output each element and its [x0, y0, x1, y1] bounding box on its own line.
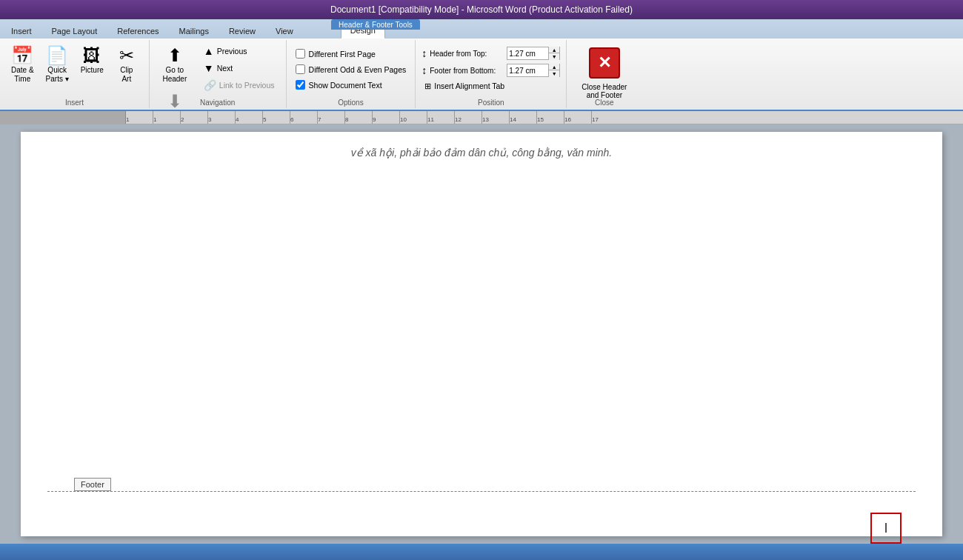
tab-mailings[interactable]: Mailings: [170, 22, 219, 39]
go-to-header-label: Go toHeader: [162, 66, 187, 84]
body-text: về xã hội, phải bảo đảm dân chủ, công bằ…: [65, 147, 898, 159]
document-area: về xã hội, phải bảo đảm dân chủ, công bằ…: [0, 124, 963, 544]
different-odd-even-label: Different Odd & Even Pages: [309, 65, 407, 74]
ribbon-group-insert: 📅 Date &Time 📄 QuickParts ▾ 🖼 Picture ✂ …: [0, 40, 150, 108]
tab-page-layout[interactable]: Page Layout: [42, 22, 107, 39]
show-document-text-checkbox[interactable]: [296, 80, 305, 90]
footer-spinner-arrows: ▲ ▼: [548, 64, 559, 77]
header-from-top-spinner[interactable]: ▲ ▼: [507, 47, 560, 60]
clip-art-button[interactable]: ✂ ClipArt: [110, 43, 143, 87]
different-first-page-checkbox[interactable]: [296, 49, 305, 59]
clip-art-label: ClipArt: [120, 66, 133, 84]
insert-group-label: Insert: [0, 99, 149, 107]
position-group-label: Position: [416, 99, 566, 107]
different-first-page-option[interactable]: Different First Page: [293, 47, 410, 60]
show-document-text-option[interactable]: Show Document Text: [293, 79, 410, 91]
tab-insert[interactable]: Insert: [1, 22, 41, 39]
link-icon: 🔗: [204, 79, 216, 91]
link-to-previous-button[interactable]: 🔗 Link to Previous: [199, 77, 280, 93]
tab-view[interactable]: View: [266, 22, 303, 39]
header-spinner-arrows: ▲ ▼: [548, 47, 559, 60]
footer-from-bottom-label: Footer from Bottom:: [430, 67, 504, 75]
document-body: về xã hội, phải bảo đảm dân chủ, công bằ…: [21, 132, 942, 159]
different-odd-even-option[interactable]: Different Odd & Even Pages: [293, 63, 410, 76]
quick-parts-button[interactable]: 📄 QuickParts ▾: [41, 43, 74, 87]
different-odd-even-checkbox[interactable]: [296, 64, 305, 74]
different-first-page-label: Different First Page: [309, 50, 376, 59]
close-header-footer-label: Close Headerand Footer: [582, 83, 627, 99]
footer-content[interactable]: I: [21, 492, 942, 536]
ribbon-group-close: ✕ Close Headerand Footer Close: [567, 40, 642, 108]
show-document-text-label: Show Document Text: [309, 81, 382, 90]
date-time-icon: 📅: [11, 47, 33, 64]
status-bar: [0, 544, 963, 560]
footer-cursor: I: [870, 513, 902, 544]
picture-label: Picture: [81, 66, 104, 75]
footer-label: Footer: [74, 478, 111, 491]
picture-icon: 🖼: [83, 47, 101, 64]
ribbon: 📅 Date &Time 📄 QuickParts ▾ 🖼 Picture ✂ …: [0, 39, 963, 111]
header-spinner-down[interactable]: ▼: [549, 53, 559, 60]
go-to-header-icon: ⬆: [167, 47, 182, 64]
date-time-button[interactable]: 📅 Date &Time: [6, 43, 39, 87]
options-group-label: Options: [287, 99, 416, 107]
next-icon: ▼: [204, 62, 214, 74]
footer-section: Footer I: [21, 478, 942, 536]
quick-parts-label: QuickParts ▾: [46, 66, 69, 84]
footer-from-bottom-row: ↕ Footer from Bottom: ▲ ▼: [421, 63, 560, 78]
previous-label: Previous: [217, 47, 247, 56]
footer-spinner-down[interactable]: ▼: [549, 70, 559, 77]
link-to-previous-label: Link to Previous: [219, 81, 275, 90]
header-from-top-row: ↕ Header from Top: ▲ ▼: [421, 46, 560, 61]
contextual-tab-header: Header & Footer Tools: [331, 19, 420, 30]
go-to-header-button[interactable]: ⬆ Go toHeader: [156, 43, 194, 87]
picture-button[interactable]: 🖼 Picture: [76, 43, 109, 79]
footer-position-icon: ↕: [421, 64, 427, 76]
insert-alignment-tab-label: Insert Alignment Tab: [434, 81, 504, 90]
previous-icon: ▲: [204, 45, 214, 57]
date-time-label: Date &Time: [11, 66, 34, 84]
tab-references[interactable]: References: [107, 22, 168, 39]
clip-art-icon: ✂: [119, 47, 134, 64]
ribbon-wrapper: Header & Footer Tools Insert Page Layout…: [0, 19, 963, 111]
next-label: Next: [217, 64, 233, 73]
cursor-char: I: [884, 521, 887, 536]
ribbon-group-position: ↕ Header from Top: ▲ ▼ ↕ Footer from Bo: [416, 40, 567, 108]
nav-sub-buttons: ▲ Previous ▼ Next 🔗 Link to Previous: [199, 43, 280, 93]
ruler: 1 1 2 3 4 5 6 7 8 9 10 11 12 13 14 15 16…: [0, 111, 963, 124]
header-from-top-label: Header from Top:: [430, 50, 504, 58]
header-spinner-up[interactable]: ▲: [549, 47, 559, 53]
footer-from-bottom-spinner[interactable]: ▲ ▼: [507, 64, 560, 77]
next-button[interactable]: ▼ Next: [199, 60, 280, 76]
ribbon-group-options: Different First Page Different Odd & Eve…: [287, 40, 416, 108]
tabs-row: Header & Footer Tools Insert Page Layout…: [0, 19, 963, 39]
alignment-icon: ⊞: [424, 81, 431, 90]
header-from-top-input[interactable]: [507, 47, 548, 59]
footer-from-bottom-input[interactable]: [507, 64, 548, 76]
tab-review[interactable]: Review: [219, 22, 265, 39]
page-body-space: [21, 159, 942, 410]
title-text: Document1 [Compatibility Mode] - Microso…: [330, 4, 633, 15]
close-group-label: Close: [567, 99, 642, 107]
ribbon-group-navigation: ⬆ Go toHeader ⬇ Go toFooter ▲ Previous: [150, 40, 287, 108]
title-bar: Document1 [Compatibility Mode] - Microso…: [0, 0, 963, 19]
footer-spinner-up[interactable]: ▲: [549, 64, 559, 70]
previous-button[interactable]: ▲ Previous: [199, 43, 280, 59]
close-x-icon[interactable]: ✕: [589, 47, 620, 79]
navigation-group-label: Navigation: [150, 99, 286, 107]
insert-alignment-tab-button[interactable]: ⊞ Insert Alignment Tab: [421, 80, 560, 92]
position-controls: ↕ Header from Top: ▲ ▼ ↕ Footer from Bo: [421, 43, 560, 92]
quick-parts-icon: 📄: [46, 47, 68, 64]
header-position-icon: ↕: [421, 47, 427, 59]
close-header-footer-button[interactable]: ✕ Close Headerand Footer: [573, 43, 636, 104]
